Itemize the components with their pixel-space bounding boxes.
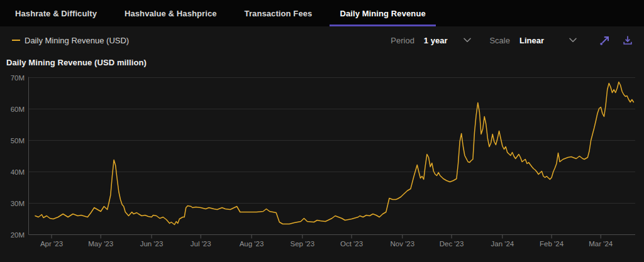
x-axis-tick-label: Jun '23 xyxy=(140,240,164,248)
x-axis-tick-label: Aug '23 xyxy=(240,240,264,248)
mining-dashboard: Hashrate & Difficulty Hashvalue & Hashpr… xyxy=(0,0,644,262)
y-axis-tick-label: 70M xyxy=(11,74,25,82)
y-axis-tick-label: 40M xyxy=(11,168,25,176)
x-axis-tick-label: Sep '23 xyxy=(291,240,315,248)
x-axis-tick-label: Nov '23 xyxy=(391,240,415,248)
y-axis-tick-label: 60M xyxy=(11,106,25,113)
y-axis-tick-label: 30M xyxy=(11,200,25,207)
x-axis-tick-label: Dec '23 xyxy=(440,240,464,248)
x-axis-tick-label: May '23 xyxy=(88,240,113,248)
y-axis-tick-label: 50M xyxy=(11,137,25,145)
x-axis-tick-label: Oct '23 xyxy=(340,240,363,248)
x-axis-tick-label: Mar '24 xyxy=(589,240,613,248)
x-axis-tick-label: Apr '23 xyxy=(40,240,63,248)
y-axis-tick-label: 20M xyxy=(11,231,25,239)
revenue-line-chart[interactable]: 70M60M50M40M30M20MApr '23May '23Jun '23J… xyxy=(0,0,644,262)
x-axis-tick-label: Feb '24 xyxy=(540,240,564,248)
x-axis-tick-label: Jul '23 xyxy=(191,240,211,248)
x-axis-tick-label: Jan '24 xyxy=(491,240,514,248)
